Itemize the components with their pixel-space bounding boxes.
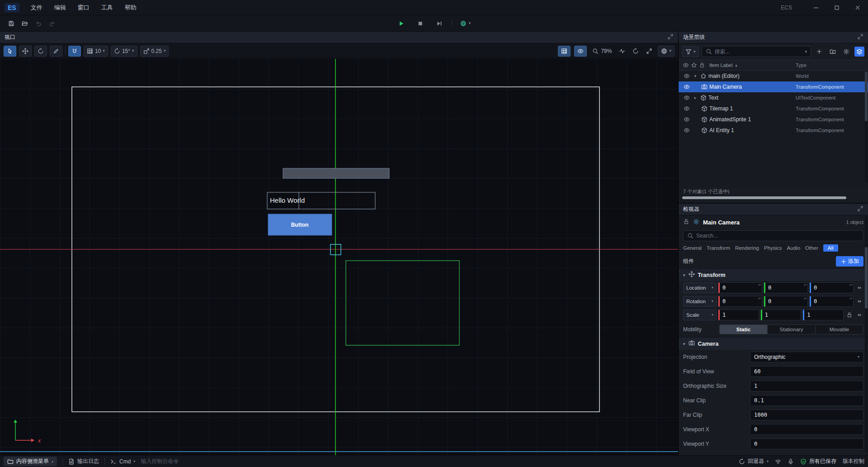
lock-scale-icon[interactable]	[845, 312, 854, 318]
gizmo-visibility-toggle[interactable]	[574, 46, 587, 57]
menu-edit[interactable]: 编辑	[48, 0, 72, 15]
type-column[interactable]: Type	[796, 62, 864, 68]
rotate-tool-button[interactable]	[34, 46, 47, 57]
eye-column-icon[interactable]	[682, 62, 689, 68]
save-button[interactable]	[5, 18, 18, 29]
eye-icon[interactable]	[682, 127, 691, 133]
spinner-icon[interactable]: ▴▾	[758, 297, 761, 300]
spinner-icon[interactable]: ▴▾	[758, 284, 761, 286]
eye-icon[interactable]	[682, 84, 691, 90]
inspector-search-input[interactable]	[696, 233, 859, 239]
spinner-icon[interactable]: ▴▾	[804, 297, 807, 300]
edit-tool-button[interactable]	[50, 46, 62, 57]
rotation-z-input[interactable]	[810, 296, 854, 307]
expand-panel-icon[interactable]	[857, 33, 863, 41]
move-tool-button[interactable]	[19, 46, 32, 57]
horizontal-scrollbar[interactable]	[682, 196, 864, 201]
location-z-input[interactable]	[810, 282, 854, 293]
zoom-indicator[interactable]: 79%	[590, 46, 613, 57]
rotation-x-input[interactable]	[718, 296, 762, 307]
scrollbar-thumb[interactable]	[682, 196, 846, 199]
tab-rendering[interactable]: Rendering	[735, 245, 759, 251]
vertical-scrollbar[interactable]	[865, 216, 868, 453]
scale-dropdown[interactable]: Scale▾	[683, 310, 717, 320]
scale-y-input[interactable]	[761, 310, 802, 320]
lock-column-icon[interactable]	[698, 62, 706, 68]
rollback-dropdown[interactable]: 回退器 ▾	[739, 457, 769, 465]
new-folder-button[interactable]	[827, 46, 838, 57]
chevron-down-icon[interactable]: ▾	[692, 74, 698, 78]
maximize-button[interactable]	[826, 0, 847, 15]
stop-button[interactable]	[414, 18, 427, 29]
reset-view-button[interactable]	[631, 46, 641, 57]
scale-z-input[interactable]	[803, 310, 844, 320]
scale-x-input[interactable]	[718, 310, 759, 320]
near-clip-input[interactable]	[750, 395, 863, 406]
console-command-input[interactable]: 输入控制台命令	[141, 457, 179, 465]
scrollbar-thumb[interactable]	[865, 71, 868, 121]
redo-button[interactable]	[45, 18, 59, 29]
microphone-icon[interactable]	[788, 458, 794, 465]
field-of-view-input[interactable]	[750, 366, 863, 377]
rotation-snap-dropdown[interactable]: 15° ▾	[111, 46, 137, 57]
close-button[interactable]	[847, 0, 868, 15]
tab-physics[interactable]: Physics	[764, 245, 782, 251]
open-folder-button[interactable]	[18, 18, 32, 29]
select-tool-button[interactable]	[4, 46, 16, 57]
eye-icon[interactable]	[682, 105, 691, 112]
unlock-icon[interactable]	[683, 219, 689, 226]
viewport-x-input[interactable]	[750, 424, 863, 435]
tab-audio[interactable]: Audio	[787, 245, 800, 251]
tab-transform[interactable]: Transform	[707, 245, 730, 251]
network-status-icon[interactable]	[775, 458, 781, 465]
rotation-y-input[interactable]	[764, 296, 808, 307]
projection-select[interactable]: Orthographic▾	[750, 352, 863, 362]
menu-tools[interactable]: 工具	[95, 0, 119, 15]
hierarchy-view-toggle[interactable]	[854, 47, 864, 57]
eye-icon[interactable]	[682, 95, 691, 101]
scrollbar-thumb[interactable]	[865, 247, 868, 309]
item-label-column[interactable]: Item Label ▲	[709, 62, 795, 68]
grid-visibility-toggle[interactable]	[558, 46, 571, 57]
far-clip-input[interactable]	[750, 410, 863, 420]
hierarchy-search[interactable]: ▾	[702, 46, 811, 57]
add-entity-button[interactable]	[814, 46, 825, 57]
eye-icon[interactable]	[682, 116, 691, 123]
slider-entity[interactable]	[283, 168, 389, 178]
inspector-search[interactable]	[683, 230, 863, 241]
hierarchy-row-tilemap[interactable]: Tilemap 1 TransformComponent	[679, 103, 868, 114]
transform-section-header[interactable]: ▾ Transform	[679, 268, 868, 281]
link-axes-icon[interactable]	[855, 312, 863, 318]
world-mode-dropdown[interactable]: ▾	[458, 19, 474, 28]
tab-other[interactable]: Other	[805, 245, 818, 251]
view-mode-dropdown[interactable]: ▾	[658, 46, 675, 57]
link-axes-icon[interactable]	[855, 285, 863, 291]
link-axes-icon[interactable]	[855, 298, 863, 305]
expand-panel-icon[interactable]	[857, 205, 863, 213]
menu-window[interactable]: 窗口	[72, 0, 95, 15]
button-entity[interactable]: Button	[268, 214, 332, 235]
spinner-icon[interactable]: ▴▾	[804, 284, 807, 286]
viewport-canvas[interactable]: Hello World Button x	[0, 59, 678, 455]
snap-toggle-button[interactable]	[68, 46, 81, 57]
location-dropdown[interactable]: Location▾	[683, 282, 717, 293]
location-x-input[interactable]	[718, 282, 762, 293]
cmd-dropdown[interactable]: Cmd ▾	[110, 458, 135, 465]
undo-button[interactable]	[32, 18, 45, 29]
spinner-icon[interactable]: ▴▾	[849, 297, 852, 300]
filter-dropdown[interactable]: ▾	[682, 46, 699, 57]
orthographic-size-input[interactable]	[750, 381, 863, 391]
rotation-dropdown[interactable]: Rotation▾	[683, 296, 717, 307]
menu-help[interactable]: 帮助	[119, 0, 142, 15]
menu-file[interactable]: 文件	[25, 0, 48, 15]
play-button[interactable]	[395, 18, 408, 29]
vertical-scrollbar[interactable]	[865, 71, 868, 182]
minimize-button[interactable]	[806, 0, 826, 15]
star-column-icon[interactable]	[690, 62, 698, 68]
location-y-input[interactable]	[764, 282, 808, 293]
tab-general[interactable]: General	[683, 245, 702, 251]
stats-button[interactable]	[617, 46, 627, 57]
version-control-button[interactable]: 版本控制	[843, 457, 864, 465]
hierarchy-settings-button[interactable]	[841, 46, 852, 57]
output-log-button[interactable]: 输出日志	[68, 457, 99, 465]
